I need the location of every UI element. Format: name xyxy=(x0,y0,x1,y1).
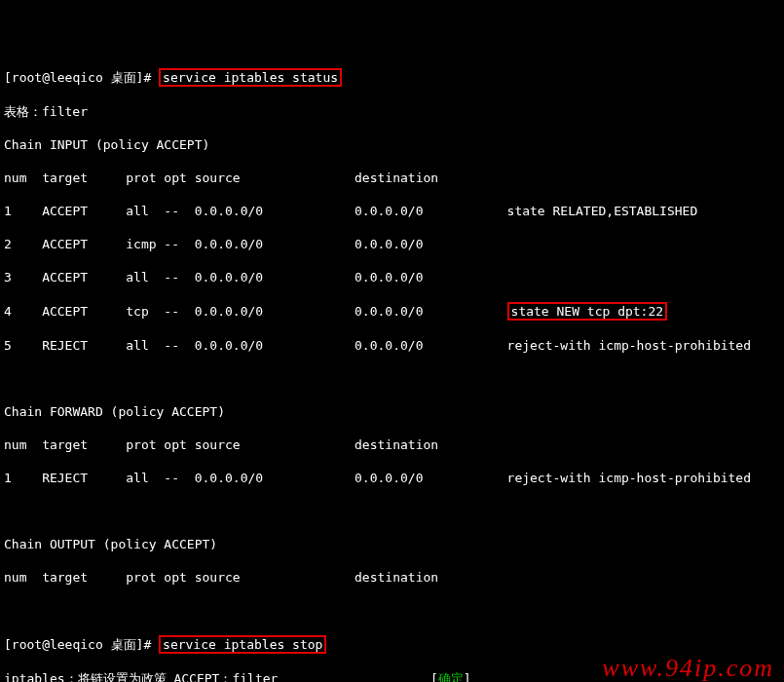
table-row: 2 ACCEPT icmp -- 0.0.0.0/0 0.0.0.0/0 xyxy=(4,236,780,252)
table-row: 3 ACCEPT all -- 0.0.0.0/0 0.0.0.0/0 xyxy=(4,269,780,285)
table-row: 5 REJECT all -- 0.0.0.0/0 0.0.0.0/0 reje… xyxy=(4,337,780,354)
col-header: num target prot opt source destination xyxy=(4,569,780,586)
prompt: [root@leeqico 桌面]# xyxy=(4,637,151,652)
table-row: 4 ACCEPT tcp -- 0.0.0.0/0 0.0.0.0/0 stat… xyxy=(4,302,780,321)
table-row: 1 REJECT all -- 0.0.0.0/0 0.0.0.0/0 reje… xyxy=(4,470,780,486)
col-header: num target prot opt source destination xyxy=(4,436,780,453)
table-row: 1 ACCEPT all -- 0.0.0.0/0 0.0.0.0/0 stat… xyxy=(4,203,780,219)
col-header: num target prot opt source destination xyxy=(4,170,780,186)
chain-forward-header: Chain FORWARD (policy ACCEPT) xyxy=(4,403,780,420)
command-status-1: service iptables status xyxy=(159,68,342,87)
watermark: www.94ip.com xyxy=(602,660,774,676)
command-stop: service iptables stop xyxy=(159,635,326,654)
prompt: [root@leeqico 桌面]# xyxy=(4,70,151,85)
highlight-port-22: state NEW tcp dpt:22 xyxy=(507,302,668,321)
table-header: 表格：filter xyxy=(4,103,780,120)
chain-input-header: Chain INPUT (policy ACCEPT) xyxy=(4,136,780,153)
chain-output-header: Chain OUTPUT (policy ACCEPT) xyxy=(4,536,780,552)
